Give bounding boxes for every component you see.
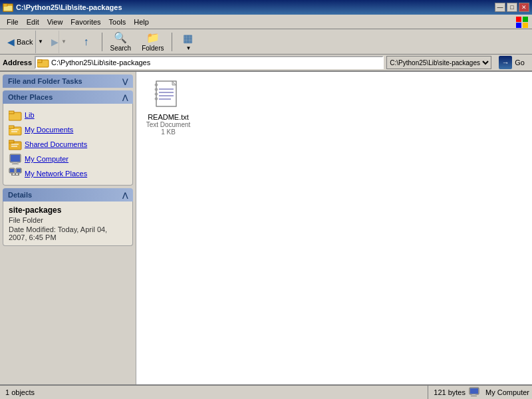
status-size: 121 bytes (434, 388, 466, 396)
folders-label: Folders (142, 45, 164, 52)
svg-rect-24 (10, 169, 14, 172)
svg-rect-10 (9, 111, 14, 114)
go-button[interactable]: → Go (494, 55, 529, 70)
sidebar-item-my-documents[interactable]: My Documents (6, 122, 130, 137)
svg-rect-29 (11, 175, 19, 176)
svg-rect-12 (9, 126, 14, 128)
my-documents-icon (9, 124, 22, 136)
address-bar: Address C:\Python25\Lib\site-packages C:… (0, 55, 532, 72)
minimize-button[interactable]: — (495, 3, 505, 12)
up-icon (83, 36, 88, 48)
status-right: 121 bytes My Computer (428, 386, 529, 399)
svg-rect-5 (516, 23, 521, 28)
sidebar-item-shared-documents[interactable]: Shared Documents (6, 137, 130, 152)
views-icon (183, 32, 193, 45)
details-folder-name: site-packages (9, 205, 127, 215)
title-bar: C:\Python25\Lib\site-packages — □ ✕ (0, 0, 532, 15)
file-folder-tasks-section: File and Folder Tasks (3, 74, 133, 88)
up-button[interactable] (72, 31, 99, 53)
menu-help[interactable]: Help (130, 17, 153, 27)
back-icon (7, 37, 15, 47)
svg-rect-20 (11, 155, 20, 162)
window-icon (3, 2, 13, 13)
title-text: C:\Python25\Lib\site-packages (3, 2, 122, 13)
details-folder-type: File Folder (9, 216, 127, 224)
svg-rect-14 (11, 131, 17, 132)
back-label: Back (17, 38, 33, 46)
svg-rect-13 (11, 129, 19, 130)
svg-rect-4 (523, 17, 528, 22)
back-button[interactable]: Back ▼ (3, 31, 47, 53)
sidebar-item-lib[interactable]: Lib (6, 108, 130, 122)
address-dropdown[interactable]: C:\Python25\Lib\site-packages (386, 56, 491, 69)
address-input[interactable]: C:\Python25\Lib\site-packages (35, 56, 384, 69)
svg-rect-21 (13, 162, 17, 164)
address-label: Address (3, 59, 32, 66)
file-folder-tasks-header[interactable]: File and Folder Tasks (3, 74, 133, 88)
forward-icon (51, 37, 59, 47)
svg-rect-44 (472, 394, 475, 396)
file-item-readme[interactable]: README.txt Text Document 1 KB (142, 77, 195, 138)
folders-button[interactable]: Folders (137, 31, 168, 53)
file-area[interactable]: README.txt Text Document 1 KB (136, 72, 532, 384)
close-button[interactable]: ✕ (519, 3, 529, 12)
other-places-collapse-icon (122, 93, 128, 101)
forward-button[interactable]: ▼ (48, 31, 71, 53)
svg-rect-22 (12, 164, 19, 164)
status-location: My Computer (485, 388, 529, 396)
sidebar: File and Folder Tasks Other Places Lib (0, 72, 136, 384)
svg-rect-26 (17, 169, 21, 172)
folders-icon (146, 31, 160, 44)
back-dropdown[interactable]: ▼ (35, 31, 45, 53)
views-dropdown-arrow: ▼ (186, 45, 192, 51)
file-name-readme: README.txt (148, 113, 189, 121)
menu-favorites[interactable]: Favorites (66, 17, 104, 27)
lib-folder-icon (9, 109, 22, 121)
separator-1 (102, 33, 102, 51)
menu-view[interactable]: View (43, 17, 67, 27)
search-label: Search (110, 45, 131, 52)
toolbar: Back ▼ ▼ Search Folders ▼ (0, 29, 532, 55)
views-button[interactable]: ▼ (175, 31, 201, 53)
main-layout: File and Folder Tasks Other Places Lib (0, 72, 532, 384)
details-header[interactable]: Details (3, 188, 133, 201)
address-path: C:\Python25\Lib\site-packages (51, 59, 150, 66)
sidebar-item-my-computer[interactable]: My Computer (6, 152, 130, 166)
other-places-header[interactable]: Other Places (3, 90, 133, 104)
separator-2 (172, 33, 172, 51)
svg-rect-3 (516, 17, 521, 22)
file-type-readme: Text Document (146, 121, 191, 128)
maximize-button[interactable]: □ (507, 3, 517, 12)
go-label: Go (515, 59, 525, 66)
status-bar: 1 objects 121 bytes My Computer (0, 384, 532, 399)
menu-edit[interactable]: Edit (23, 17, 43, 27)
details-content: site-packages File Folder Date Modified:… (3, 201, 133, 246)
details-section: Details site-packages File Folder Date M… (3, 188, 133, 246)
svg-rect-8 (37, 60, 42, 63)
my-computer-icon (9, 153, 22, 165)
menu-file[interactable]: File (3, 17, 23, 27)
search-icon (114, 31, 127, 44)
svg-rect-6 (523, 23, 528, 28)
file-size-readme: 1 KB (161, 128, 176, 136)
svg-rect-28 (18, 173, 19, 175)
tasks-collapse-icon (122, 77, 128, 85)
address-folder-icon (37, 57, 49, 68)
network-places-icon (9, 168, 22, 180)
title-controls: — □ ✕ (495, 3, 529, 12)
windows-logo-icon (515, 15, 529, 29)
svg-rect-16 (9, 140, 14, 143)
menu-tools[interactable]: Tools (105, 17, 130, 27)
details-modified: Date Modified: Today, April 04,2007, 6:4… (9, 225, 127, 241)
go-arrow-icon: → (499, 56, 512, 69)
my-computer-status-icon (468, 387, 481, 398)
sidebar-item-my-network-places[interactable]: My Network Places (6, 166, 130, 181)
svg-rect-27 (11, 173, 13, 175)
svg-rect-2 (3, 4, 7, 6)
details-collapse-icon (122, 191, 128, 199)
readme-file-icon (152, 80, 184, 112)
status-objects-count: 1 objects (3, 388, 35, 396)
search-button[interactable]: Search (105, 31, 136, 53)
other-places-section: Other Places Lib (3, 90, 133, 186)
forward-dropdown[interactable]: ▼ (59, 31, 68, 53)
